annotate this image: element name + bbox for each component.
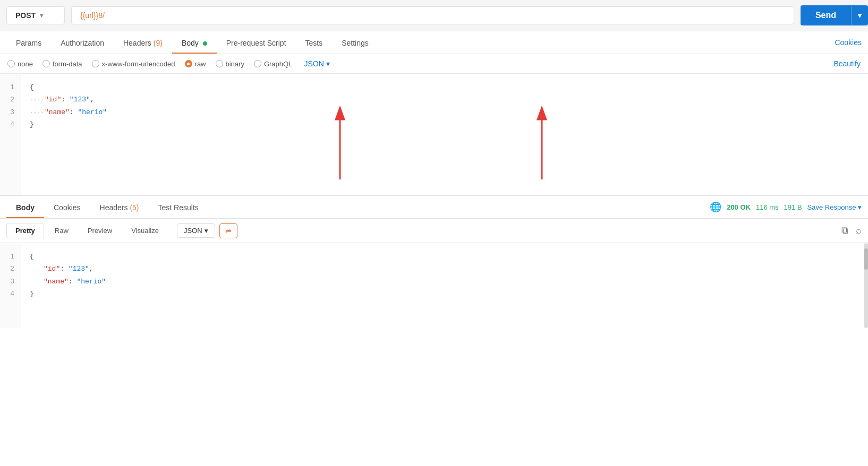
option-form-data[interactable]: form-data xyxy=(42,60,82,68)
method-chevron-icon: ▾ xyxy=(40,12,43,19)
option-graphql[interactable]: GraphQL xyxy=(254,60,292,68)
response-tabs: Body Cookies Headers (5) Test Results 🌐 … xyxy=(0,196,868,219)
send-button[interactable]: Send ▾ xyxy=(801,5,868,25)
format-tab-visualize[interactable]: Visualize xyxy=(123,223,167,238)
copy-icon[interactable]: ⧉ xyxy=(841,225,848,236)
status-code: 200 OK xyxy=(727,203,751,211)
response-code-area[interactable]: 1 2 3 4 { "id": "123", "name": "herio" } xyxy=(0,243,868,328)
save-response-button[interactable]: Save Response ▾ xyxy=(807,203,862,211)
response-action-icons: ⧉ ⌕ xyxy=(841,225,862,236)
tab-authorization[interactable]: Authorization xyxy=(51,31,114,54)
wrap-button[interactable]: ⇌ xyxy=(219,223,237,238)
scrollbar-thumb[interactable] xyxy=(864,248,868,270)
tab-tests[interactable]: Tests xyxy=(296,31,333,54)
method-label: POST xyxy=(15,11,36,20)
tab-headers[interactable]: Headers (9) xyxy=(114,31,172,54)
option-binary[interactable]: binary xyxy=(216,60,244,68)
response-time: 116 ms xyxy=(756,203,779,211)
option-none[interactable]: none xyxy=(7,60,33,68)
format-tab-raw[interactable]: Raw xyxy=(46,223,77,238)
beautify-button[interactable]: Beautify xyxy=(833,59,861,68)
response-meta: 🌐 200 OK 116 ms 191 B Save Response ▾ xyxy=(710,201,862,213)
url-bar: POST ▾ Send ▾ xyxy=(0,0,868,31)
radio-form-data xyxy=(42,60,50,67)
scrollbar[interactable] xyxy=(864,243,868,328)
radio-graphql xyxy=(254,60,261,67)
option-urlencoded[interactable]: x-www-form-urlencoded xyxy=(92,60,175,68)
radio-none xyxy=(7,60,15,67)
radio-raw xyxy=(185,60,192,67)
tab-response-headers[interactable]: Headers (5) xyxy=(90,196,149,218)
request-line-numbers: 1 2 3 4 xyxy=(0,74,21,195)
tab-prerequest[interactable]: Pre-request Script xyxy=(217,31,296,54)
response-line-numbers: 1 2 3 4 xyxy=(0,243,21,328)
tab-response-cookies[interactable]: Cookies xyxy=(44,196,90,218)
send-chevron-icon: ▾ xyxy=(851,6,868,25)
globe-icon: 🌐 xyxy=(710,201,721,213)
tab-body[interactable]: Body xyxy=(172,31,217,54)
body-options: none form-data x-www-form-urlencoded raw… xyxy=(0,54,868,74)
request-body-editor[interactable]: 1 2 3 4 { ····"id": "123", ····"name": "… xyxy=(0,74,868,196)
tab-response-body[interactable]: Body xyxy=(6,196,44,218)
option-raw[interactable]: raw xyxy=(185,60,206,68)
send-label: Send xyxy=(801,5,851,25)
request-code-content[interactable]: { ····"id": "123", ····"name": "herio" } xyxy=(21,74,868,195)
format-tab-preview[interactable]: Preview xyxy=(79,223,121,238)
json-chevron-icon: ▾ xyxy=(326,59,330,68)
cookies-link[interactable]: Cookies xyxy=(835,38,862,47)
radio-urlencoded xyxy=(92,60,99,67)
tab-params[interactable]: Params xyxy=(6,31,51,54)
tab-response-test-results[interactable]: Test Results xyxy=(149,196,208,218)
json-type-dropdown[interactable]: JSON ▾ xyxy=(304,59,329,68)
response-size: 191 B xyxy=(784,203,802,211)
response-json-chevron-icon: ▾ xyxy=(205,227,208,235)
format-tab-pretty[interactable]: Pretty xyxy=(6,223,44,238)
method-select[interactable]: POST ▾ xyxy=(6,6,65,24)
url-input[interactable] xyxy=(71,6,794,24)
radio-binary xyxy=(216,60,223,67)
response-format-toolbar: Pretty Raw Preview Visualize JSON ▾ ⇌ ⧉ … xyxy=(0,219,868,243)
response-code-content: { "id": "123", "name": "herio" } xyxy=(21,243,868,328)
response-json-dropdown[interactable]: JSON ▾ xyxy=(177,223,215,238)
search-icon[interactable]: ⌕ xyxy=(856,225,862,236)
tab-settings[interactable]: Settings xyxy=(332,31,378,54)
request-tabs: Params Authorization Headers (9) Body Pr… xyxy=(0,31,868,54)
